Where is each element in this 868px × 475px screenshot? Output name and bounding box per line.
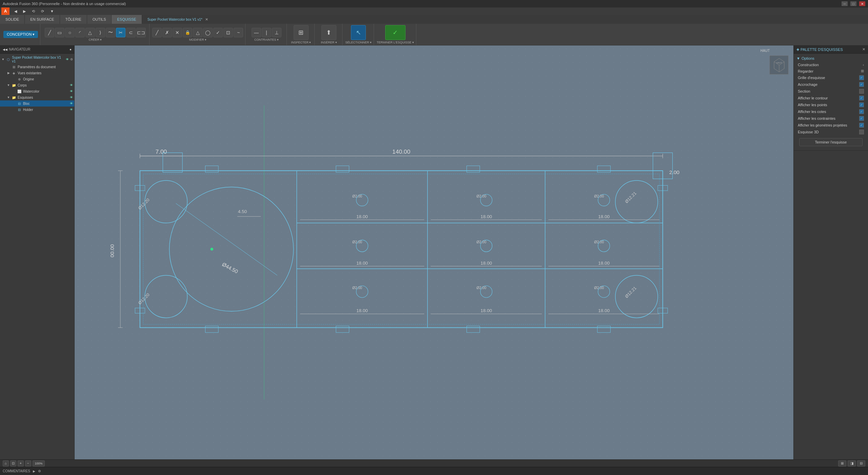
close-tab-icon[interactable]: ✕ [205, 17, 208, 22]
tree-holder[interactable]: ⊟ Holder 👁 [0, 107, 74, 113]
conic-tool-btn[interactable]: ✂ [116, 28, 125, 37]
esquisses-eye-icon[interactable]: 👁 [70, 96, 73, 99]
palette-row-accrochage[interactable]: Accrochage ✓ [796, 81, 865, 88]
origine-icon: ⊕ [17, 77, 22, 81]
zoom-in-btn[interactable]: + [18, 460, 24, 467]
tab-esquisse[interactable]: ESQUISSE [112, 15, 142, 24]
canvas-area[interactable]: HAUT HAUT [75, 45, 793, 459]
section-checkbox[interactable] [859, 89, 864, 94]
palette-row-cotes[interactable]: Afficher les cotes ✓ [796, 108, 865, 115]
settings-icon[interactable]: ⚙ [70, 58, 73, 61]
svg-text:Ø2.00: Ø2.00 [476, 240, 486, 244]
insert-large-btn[interactable]: ⬆ [321, 25, 336, 40]
palette-row-geometries[interactable]: Afficher les géométries projetées ✓ [796, 122, 865, 129]
scale-btn[interactable]: ◯ [203, 28, 213, 37]
grid-display-btn[interactable]: ⊟ [857, 460, 865, 467]
palette-row-contour[interactable]: Afficher le contour ✓ [796, 95, 865, 101]
tree-watercolor[interactable]: ⬜ Watercolor 👁 [0, 88, 74, 94]
inspect-large-btn[interactable]: ⊞ [294, 25, 309, 40]
render-mode-btn[interactable]: ◨ [848, 460, 856, 467]
spline-tool-btn[interactable]: 〜 [106, 28, 115, 37]
window-controls[interactable]: ─ □ ✕ [842, 1, 865, 6]
points-checkbox[interactable]: ✓ [859, 102, 864, 107]
rect-array-btn[interactable]: ⊡ [223, 28, 233, 37]
watercolor-eye-icon[interactable]: 👁 [70, 90, 73, 93]
tab-en-surface[interactable]: EN SURFACE [25, 15, 60, 24]
palette-row-construction[interactable]: Construction ‹ [796, 62, 865, 68]
perp-constraint-btn[interactable]: ⊥ [272, 28, 281, 37]
menu-forward[interactable]: ▶ [20, 8, 28, 14]
home-view-btn[interactable]: ⌂ [3, 460, 9, 467]
display-style-btn[interactable]: ⊞ [838, 460, 846, 467]
palette-row-grille[interactable]: Grille d'esquisse ✓ [796, 74, 865, 81]
trim-btn[interactable]: ✗ [162, 28, 172, 37]
collapse-icon[interactable]: ▼ [796, 56, 800, 60]
poly-tool-btn[interactable]: △ [85, 28, 95, 37]
esquisse3d-checkbox[interactable] [859, 130, 864, 134]
tab-tolerie[interactable]: TÔLERIE [60, 15, 87, 24]
tab-solide[interactable]: SOLIDE [0, 15, 25, 24]
minimize-btn[interactable]: ─ [842, 1, 848, 6]
terminer-large-btn[interactable]: ✓ [385, 25, 406, 40]
menu-dropdown[interactable]: ▼ [47, 8, 57, 14]
fit-view-btn[interactable]: ⊡ [10, 460, 16, 467]
palette-row-esquisse3d[interactable]: Esquisse 3D [796, 129, 865, 135]
toolbar-creer: ╱ ▭ ○ ◜ △ ⟩ 〜 ✂ ⊂ ⊏⊐ CRÉER ▾ [41, 24, 150, 45]
select-large-btn[interactable]: ↖ [351, 25, 366, 40]
tab-bar: SOLIDE EN SURFACE TÔLERIE OUTILS ESQUISS… [0, 15, 868, 24]
terminate-sketch-btn[interactable]: Terminer l'esquisse [799, 138, 863, 146]
bloc-eye-icon[interactable]: 👁 [70, 102, 73, 105]
bottom-center-tools: ⊞ ◨ ⊟ [838, 460, 865, 467]
rect-tool-btn[interactable]: ▭ [55, 28, 64, 37]
chevron-tool-btn[interactable]: ⟩ [96, 28, 105, 37]
break-btn[interactable]: 🔒 [183, 28, 192, 37]
zoom-out-btn[interactable]: − [25, 460, 31, 467]
tree-parametres[interactable]: ⊞ Paramètres du document [0, 64, 74, 70]
tab-outils[interactable]: OUTILS [87, 15, 112, 24]
accrochage-checkbox[interactable]: ✓ [859, 82, 864, 87]
tree-bloc[interactable]: ⊟ Bloc 👁 [0, 100, 74, 107]
menu-back[interactable]: ◀ [12, 8, 20, 14]
tree-origine[interactable]: ⊕ Origine [0, 76, 74, 82]
palette-row-contraintes[interactable]: Afficher les contraintes ✓ [796, 115, 865, 122]
tree-esquisses[interactable]: ▼ 📁 Esquisses 👁 [0, 94, 74, 100]
geometries-checkbox[interactable]: ✓ [859, 123, 864, 128]
menu-undo[interactable]: ⟲ [29, 8, 38, 14]
app-icon: A [1, 7, 9, 15]
zoom-level-btn[interactable]: 100% [33, 460, 45, 467]
contraintes-label: CONTRAINTES ▾ [254, 38, 279, 41]
mirror-tool-btn[interactable]: ⊏⊐ [136, 28, 146, 37]
palette-row-regarder[interactable]: Regarder ⊞ [796, 68, 865, 74]
navigator-toggle[interactable]: ● [70, 48, 72, 51]
grille-checkbox[interactable]: ✓ [859, 75, 864, 80]
arc-tool-btn[interactable]: ◜ [75, 28, 85, 37]
circ-array-btn[interactable]: ~ [234, 28, 243, 37]
horiz-constraint-btn[interactable]: — [252, 28, 261, 37]
settings-icon-status[interactable]: ⚙ [38, 469, 41, 473]
extend-btn[interactable]: ✕ [173, 28, 182, 37]
vert-constraint-btn[interactable]: | [262, 28, 271, 37]
tree-corps[interactable]: ▼ 📁 Corps 👁 [0, 82, 74, 88]
palette-close-icon[interactable]: ✕ [862, 47, 865, 52]
contour-checkbox[interactable]: ✓ [859, 96, 864, 100]
fillet-btn[interactable]: ╱ [152, 28, 162, 37]
equal-btn[interactable]: △ [193, 28, 202, 37]
palette-row-points[interactable]: Afficher les points ✓ [796, 101, 865, 108]
sketch-dim-btn[interactable]: ✓ [213, 28, 223, 37]
conception-button[interactable]: CONCEPTION ▾ [3, 31, 38, 38]
contraintes-checkbox[interactable]: ✓ [859, 116, 864, 121]
tree-vues[interactable]: ▶ ◈ Vues existantes [0, 70, 74, 76]
eye-icon[interactable]: 👁 [66, 58, 69, 61]
palette-row-section[interactable]: Section [796, 88, 865, 95]
circle-tool-btn[interactable]: ○ [65, 28, 75, 37]
menu-redo[interactable]: ⟳ [38, 8, 47, 14]
comments-expand-icon[interactable]: ▶ [33, 470, 35, 473]
tree-root[interactable]: ▼ ⬡ Super Pocket Watercolor box V1 v1 👁 … [0, 55, 74, 64]
line-tool-btn[interactable]: ╱ [45, 28, 54, 37]
cotes-checkbox[interactable]: ✓ [859, 109, 864, 114]
maximize-btn[interactable]: □ [850, 1, 856, 6]
holder-eye-icon[interactable]: 👁 [70, 108, 73, 111]
corps-eye-icon[interactable]: 👁 [70, 83, 73, 87]
close-btn[interactable]: ✕ [859, 1, 865, 6]
offset-tool-btn[interactable]: ⊂ [126, 28, 136, 37]
